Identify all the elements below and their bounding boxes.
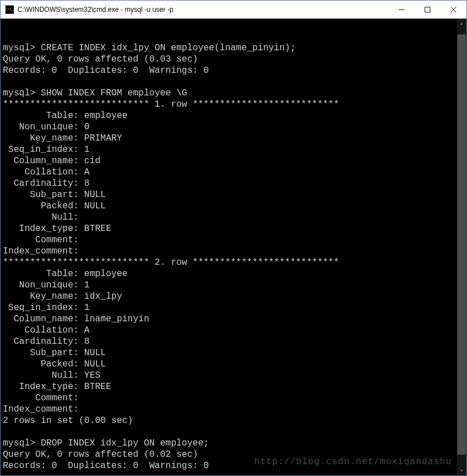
window-controls: [389, 1, 466, 18]
terminal-line: Index_comment:: [3, 246, 466, 257]
terminal-line: Comment:: [3, 234, 466, 246]
terminal-line: Packed: NULL: [3, 359, 466, 370]
terminal-line: *************************** 1. row *****…: [3, 99, 466, 110]
terminal-line: Seq_in_index: 1: [3, 144, 466, 155]
terminal-line: Sub_part: NULL: [3, 189, 466, 200]
terminal-line: Packed: NULL: [3, 200, 466, 212]
terminal-line: Column_name: lname_pinyin: [3, 313, 466, 325]
terminal-line: Seq_in_index: 1: [3, 302, 466, 313]
scroll-down-arrow[interactable]: ▼: [457, 466, 466, 475]
terminal-line: Key_name: idx_lpy: [3, 291, 466, 302]
close-button[interactable]: [440, 1, 466, 18]
terminal-line: Query OK, 0 rows affected (0.03 sec): [3, 54, 466, 65]
cmd-icon: C:\.: [5, 5, 14, 14]
scroll-up-arrow[interactable]: ▲: [457, 19, 466, 28]
maximize-icon: [425, 7, 430, 12]
terminal-line: [3, 76, 466, 88]
terminal-line: Non_unique: 1: [3, 280, 466, 291]
terminal-line: Sub_part: NULL: [3, 347, 466, 359]
terminal-line: Null: YES: [3, 370, 466, 381]
svg-rect-1: [425, 7, 430, 12]
terminal-line: Table: employee: [3, 110, 466, 121]
terminal-line: mysql> DROP INDEX idx_lpy ON employee;: [3, 438, 466, 449]
terminal-line: Null:: [3, 212, 466, 223]
close-icon: [451, 7, 456, 12]
terminal-line: Records: 0 Duplicates: 0 Warnings: 0: [3, 65, 466, 76]
scrollbar[interactable]: ▲ ▼: [457, 19, 466, 475]
window-title: C:\WINDOWS\system32\cmd.exe - mysql -u u…: [18, 6, 389, 14]
terminal-line: *************************** 2. row *****…: [3, 257, 466, 268]
terminal-line: Key_name: PRIMARY: [3, 133, 466, 144]
terminal-line: Non_unique: 0: [3, 121, 466, 133]
terminal-line: Index_type: BTREE: [3, 381, 466, 392]
terminal-line: 2 rows in set (0.00 sec): [3, 415, 466, 426]
terminal-line: Comment:: [3, 392, 466, 404]
watermark-text: http://blog.csdn.net/moxigandashu: [254, 456, 452, 468]
terminal-line: Column_name: cid: [3, 155, 466, 167]
terminal-output[interactable]: mysql> CREATE INDEX idx_lpy ON employee(…: [1, 19, 466, 475]
terminal-line: Cardinality: 8: [3, 178, 466, 189]
terminal-content: mysql> CREATE INDEX idx_lpy ON employee(…: [3, 42, 466, 475]
minimize-icon: [399, 7, 404, 12]
terminal-line: [3, 426, 466, 438]
titlebar: C:\. C:\WINDOWS\system32\cmd.exe - mysql…: [1, 1, 466, 19]
terminal-line: Index_comment:: [3, 404, 466, 415]
app-window: C:\. C:\WINDOWS\system32\cmd.exe - mysql…: [0, 0, 467, 476]
terminal-line: Table: employee: [3, 268, 466, 280]
terminal-line: [3, 471, 466, 475]
maximize-button[interactable]: [414, 1, 440, 18]
terminal-line: mysql> SHOW INDEX FROM employee \G: [3, 88, 466, 99]
terminal-line: Index_type: BTREE: [3, 223, 466, 234]
terminal-line: Collation: A: [3, 325, 466, 336]
terminal-line: mysql> CREATE INDEX idx_lpy ON employee(…: [3, 42, 466, 54]
scrollbar-thumb[interactable]: [457, 34, 466, 455]
terminal-line: Cardinality: 8: [3, 336, 466, 347]
terminal-line: Collation: A: [3, 167, 466, 178]
minimize-button[interactable]: [389, 1, 414, 18]
